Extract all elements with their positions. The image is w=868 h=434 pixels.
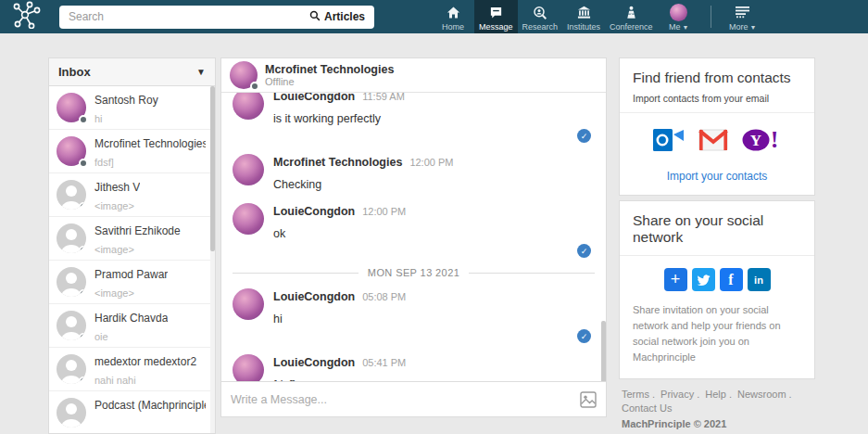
chat-header: Mcrofinet Technologies Offline [221,58,606,93]
twitter-share-button[interactable] [692,268,715,291]
peer-status: Offline [265,76,394,87]
footer-link-privacy[interactable]: Privacy [660,389,694,400]
nav-item-institutes[interactable]: Institutes [562,0,605,33]
footer-links: Terms. Privacy. Help. Newsroom. Contact … [622,388,812,415]
top-navbar: Articles Home Message [0,0,868,33]
conversation-name: Santosh Roy [94,94,158,107]
footer-link-contact-us[interactable]: Contact Us [622,402,672,414]
divider-line [233,273,359,274]
message-text: fdsf] [273,378,406,381]
conversation-santosh-roy[interactable]: Santosh Roy hi [49,86,215,130]
search-scope-selector[interactable]: Articles [309,10,365,24]
outlook-icon [653,127,685,153]
search-input[interactable] [69,10,309,23]
yahoo-button[interactable]: Y ! [742,128,781,152]
avatar [57,180,86,210]
nav-item-home[interactable]: Home [432,0,474,33]
conversation-medextor[interactable]: medextor medextor2 nahi nahi [49,348,215,391]
message-icon [489,5,503,20]
read-check-icon: ✓ [577,244,591,258]
nav-label: Research [522,22,559,32]
message-sender: LouieCongdon [273,356,355,369]
global-search-bar: Articles [59,6,374,29]
image-icon [580,391,597,408]
twitter-icon [697,273,711,287]
message-sender: LouieCongdon [273,205,355,218]
message-scroll-area[interactable]: LouieCongdon11:59 AM is it working perfe… [221,93,606,381]
conversation-preview: <image> [94,287,168,299]
footer-copyright: MachPrinciple © 2021 [622,417,812,431]
avatar [57,223,86,253]
date-divider-label: MON SEP 13 2021 [368,267,459,278]
svg-text:!: ! [771,128,779,152]
find-friends-subtitle: Import contacts from your email [620,86,814,112]
plus-icon: + [671,270,681,289]
avatar [57,311,86,340]
footer-link-help[interactable]: Help [705,389,726,400]
conversation-list: Santosh Roy hi Mcrofinet Technologies fd… [49,86,215,433]
research-icon [533,5,547,20]
read-check-icon: ✓ [577,329,591,343]
nav-label: More [729,22,748,32]
chat-scrollbar-thumb[interactable] [601,321,606,381]
chevron-down-icon: ▼ [682,24,688,31]
message-text: is it working perfectly [273,112,405,125]
message: LouieCongdon11:59 AM is it working perfe… [233,93,595,146]
linkedin-share-button[interactable]: in [748,268,771,291]
footer-separator: . [697,389,699,400]
nav-divider [711,6,711,28]
message-composer [221,381,606,416]
footer-separator: . [729,389,732,400]
sidebar-scrollbar[interactable] [210,86,215,433]
conversation-hardik[interactable]: Hardik Chavda oie [49,304,215,348]
sender-avatar [233,203,264,235]
facebook-icon: f [728,272,733,288]
nav-item-me[interactable]: Me ▼ [658,0,700,33]
yahoo-icon: Y ! [742,128,781,152]
import-contacts-link[interactable]: Import your contacts [620,160,814,195]
message-time: 12:00 PM [409,157,453,168]
share-plus-button[interactable]: + [664,268,687,291]
gmail-button[interactable] [698,129,728,151]
conversation-name: Hardik Chavda [94,312,168,325]
status-dot [79,333,86,340]
inbox-sidebar: Inbox ▼ Santosh Roy hi Mcrofinet Technol… [48,57,216,434]
footer-link-newsroom[interactable]: Newsroom [737,389,786,400]
share-description: Share invitation on your social network … [620,295,814,378]
conversation-mcrofinet[interactable]: Mcrofinet Technologies fdsf] [49,130,215,173]
message: Mcrofinet Technologies12:00 PM Checking [233,146,595,195]
message-input[interactable] [231,393,572,406]
attach-image-button[interactable] [580,391,597,408]
conversation-pramod[interactable]: Pramod Pawar <image> [49,261,215,304]
message-text: Checking [273,178,453,191]
status-dot [79,202,86,210]
sender-avatar [233,288,264,320]
avatar [57,398,86,428]
inbox-title: Inbox [58,65,91,79]
divider-line [469,273,595,274]
outlook-button[interactable] [653,127,685,153]
page-footer: Terms. Privacy. Help. Newsroom. Contact … [619,388,815,431]
conversation-jithesh[interactable]: Jithesh V <image> [49,173,215,217]
machprinciple-logo[interactable] [0,1,52,32]
gmail-icon [698,129,728,151]
status-dot [79,289,86,297]
nav-item-conference[interactable]: Conference [605,0,658,33]
conversation-podcast[interactable]: Podcast (Machprinciple Team) [49,391,215,433]
date-divider: MON SEP 13 2021 [233,267,595,278]
sidebar-scrollbar-thumb[interactable] [210,86,215,251]
status-dot [79,377,86,384]
inbox-folder-selector[interactable]: Inbox ▼ [49,58,215,86]
conversation-savithri[interactable]: Savithri Ezhikode <image> [49,217,215,261]
linkedin-icon: in [754,274,763,286]
nav-item-research[interactable]: Research [518,0,563,33]
social-share-buttons: + f in [620,256,814,295]
avatar [57,136,86,166]
nav-label: Conference [610,22,653,32]
find-friends-title: Find friend from contacts [620,58,814,86]
facebook-share-button[interactable]: f [720,268,743,291]
nav-item-more[interactable]: More ▼ [722,0,764,33]
message-sender: Mcrofinet Technologies [273,156,402,169]
footer-link-terms[interactable]: Terms [622,389,649,400]
nav-item-message[interactable]: Message [474,0,518,33]
